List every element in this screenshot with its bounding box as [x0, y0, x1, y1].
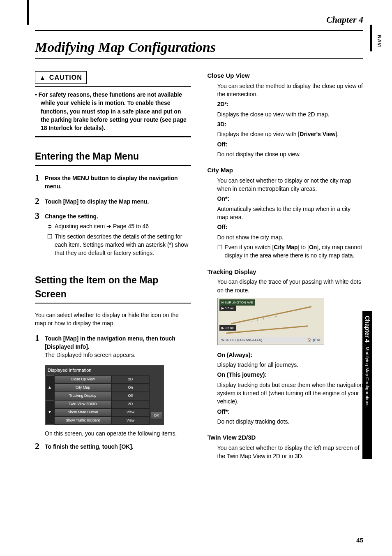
step-text: Press the MENU button to display the nav…	[45, 173, 191, 191]
step-text: Change the setting.	[45, 212, 191, 220]
step-text: Touch [Map] to display the Map menu.	[45, 197, 191, 206]
heading-tracking-display: Tracking Display	[208, 267, 364, 276]
heading-twin-view: Twin View 2D/3D	[208, 433, 364, 442]
option-value: Do not show the city map.	[217, 233, 364, 241]
intro-text: You can select whether to display or hid…	[35, 311, 191, 328]
body-text: You can select whether to display the le…	[217, 444, 364, 461]
option-value: Do not display tracking dots.	[217, 417, 364, 426]
step-text: To finish the setting, touch [OK].	[45, 442, 191, 451]
body-text: You can select the method to display the…	[217, 82, 364, 99]
list-item-label[interactable]: Close Up View	[54, 375, 111, 384]
option-value: Display tracking for all journeys.	[217, 361, 364, 369]
step-1: 1 Press the MENU button to display the n…	[35, 173, 191, 191]
sub-item: ➲Adjusting each item ➔ Page 45 to 46	[55, 222, 191, 230]
right-column: Close Up View You can select the method …	[208, 71, 364, 462]
document-page: Chapter 4 Modifying Map Configurations ▲…	[0, 0, 392, 556]
map-icons: 🏠 🔊 ⧉	[307, 338, 320, 343]
warning-icon: ▲	[39, 73, 46, 82]
scroll-arrows: ▲ ▼	[45, 375, 54, 425]
map-distance-badge: ▶ 0.6 mi	[219, 325, 236, 331]
list-item-label[interactable]: Twin View 2D/3D	[54, 400, 111, 408]
option-key: Off:	[217, 140, 364, 148]
page-title: Modifying Map Configurations	[35, 39, 363, 55]
chapter-header: Chapter 4	[35, 14, 363, 25]
heading-entering-map-menu: Entering the Map Menu	[35, 150, 191, 163]
map-street-label: N BURLINGTON AVE	[219, 299, 256, 306]
step-number: 1	[35, 173, 45, 191]
list-item-value: Off	[111, 392, 150, 400]
caution-label: ▲ CAUTION	[35, 71, 87, 84]
step-2b: 2 To finish the setting, touch [OK].	[35, 442, 191, 451]
divider	[35, 58, 363, 59]
step-number: 2	[35, 197, 45, 206]
option-value: Displays the close up view with [Driver'…	[217, 130, 364, 138]
up-arrow-icon[interactable]: ▲	[45, 375, 54, 400]
option-value: Do not display the close up view.	[217, 150, 364, 158]
list-item-label[interactable]: Tracking Display	[54, 392, 111, 400]
list-item-value: On	[111, 384, 150, 392]
displayed-info-screenshot: Displayed Information ▲ ▼ Close Up View2…	[45, 365, 164, 425]
side-tab: Chapter 4 Modifying Map Configurations	[362, 311, 372, 459]
option-key: On (Always):	[217, 351, 364, 359]
step-3: 3 Change the setting. ➲Adjusting each it…	[35, 211, 191, 257]
list-item-value: 2D	[111, 375, 150, 384]
list-item-value: View	[111, 408, 150, 417]
map-screenshot: N BURLINGTON AVE ▶ 0.5 mi ▶ 0.6 mi W 1ST…	[217, 298, 324, 345]
note-text: ❐Even if you switch [City Map] to [On], …	[225, 243, 364, 260]
bullet-icon: ❐	[217, 243, 225, 251]
step-number: 3	[35, 211, 45, 257]
list-item-value: View	[111, 417, 150, 425]
option-value: Automatically switches to the city map w…	[217, 205, 364, 222]
settings-list: Close Up View2D City MapOn Tracking Disp…	[54, 375, 150, 425]
option-value: Display tracking dots but erase them whe…	[217, 381, 364, 406]
step-number: 1	[35, 334, 45, 359]
list-item-value: 2D	[111, 400, 150, 408]
side-tab-title: Modifying Map Configurations	[365, 347, 370, 407]
screenshot-title: Displayed Information	[45, 366, 164, 375]
option-key: 2D*:	[217, 100, 364, 108]
down-arrow-icon[interactable]: ▼	[45, 400, 54, 425]
step-1b: 1 Touch [Map] in the navigation menu, th…	[35, 334, 191, 359]
heading-setting-item: Setting the Item on the Map Screen	[35, 273, 191, 301]
body-text: You can display the trace of your passin…	[217, 278, 364, 294]
option-key: Off*:	[217, 408, 364, 416]
list-item-label[interactable]: City Map	[54, 384, 111, 392]
divider	[35, 30, 363, 31]
option-key: 3D:	[217, 120, 364, 128]
list-item-label[interactable]: Show Mute Button	[54, 408, 111, 417]
map-distance-badge: ▶ 0.5 mi	[219, 306, 236, 311]
divider	[35, 136, 191, 137]
step-sub-text: The Displayed Info screen appears.	[45, 351, 191, 359]
side-tab-chapter: Chapter 4	[364, 316, 371, 343]
left-column: ▲ CAUTION • For safety reasons, these fu…	[35, 71, 191, 462]
sub-item: ❐This section describes the details of t…	[55, 232, 191, 257]
option-key: Off:	[217, 223, 364, 231]
divider	[35, 86, 191, 87]
divider	[35, 303, 191, 303]
step-2: 2 Touch [Map] to display the Map menu.	[35, 197, 191, 206]
heading-city-map: City Map	[208, 166, 364, 175]
step-number: 2	[35, 442, 45, 451]
option-key: On*:	[217, 195, 364, 203]
bullet-icon: ❐	[47, 232, 55, 241]
divider	[35, 165, 191, 166]
heading-close-up-view: Close Up View	[208, 71, 364, 80]
page-number: 45	[356, 537, 363, 544]
bullet-icon: ➲	[47, 222, 55, 230]
caution-text: • For safety reasons, these functions ar…	[41, 90, 191, 132]
option-value: Displays the close up view with the 2D m…	[217, 110, 364, 118]
list-item-label[interactable]: Show Traffic Incident	[54, 417, 111, 425]
map-location-label: W 1ST ST (LOS ANGELES)	[221, 338, 263, 343]
body-text: You can select whether to display or not…	[217, 176, 364, 193]
after-screenshot-text: On this screen, you can operate the foll…	[45, 429, 191, 438]
caution-label-text: CAUTION	[49, 73, 82, 82]
ok-button[interactable]: OK	[151, 412, 162, 419]
map-bottom-bar: W 1ST ST (LOS ANGELES) 🏠 🔊 ⧉	[219, 337, 322, 343]
option-key: On (This journey):	[217, 371, 364, 379]
step-text: Touch [Map] in the navigation menu, then…	[45, 334, 191, 351]
